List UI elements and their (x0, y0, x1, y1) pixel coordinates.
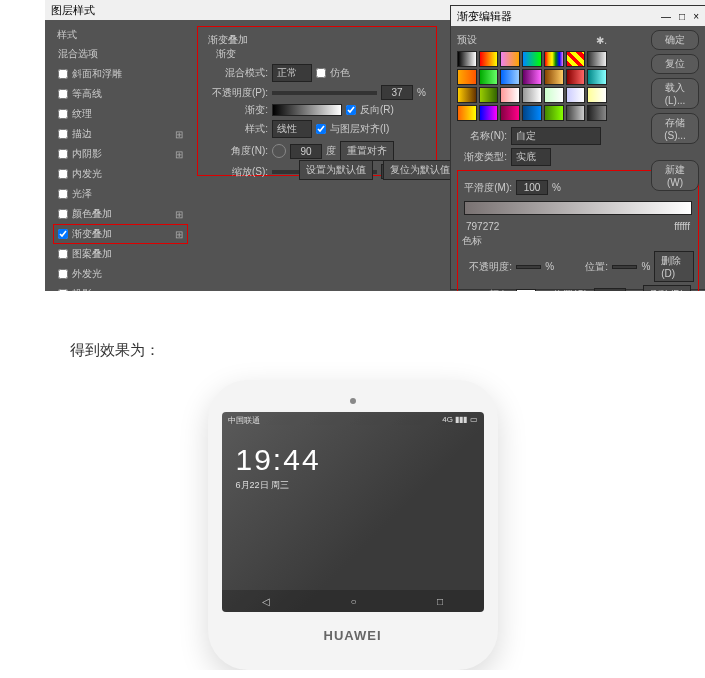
preset-swatch[interactable] (500, 105, 520, 121)
preset-swatch[interactable] (457, 51, 477, 67)
styles-head: 样式 (53, 26, 188, 44)
blend-mode-select[interactable]: 正常 (272, 64, 312, 82)
style-checkbox[interactable] (58, 129, 68, 139)
preset-swatch[interactable] (500, 69, 520, 85)
preset-swatch[interactable] (587, 87, 607, 103)
align-checkbox[interactable] (316, 124, 326, 134)
cancel-button[interactable]: 复位 (651, 54, 699, 74)
style-checkbox[interactable] (58, 289, 68, 291)
type-select[interactable]: 实底 (511, 148, 551, 166)
gear-icon[interactable]: ✱. (596, 35, 607, 46)
angle-input[interactable]: 90 (290, 144, 322, 159)
style-item[interactable]: 光泽 (53, 184, 188, 204)
blend-mode-label: 混合模式: (208, 66, 268, 80)
delete-stop-button[interactable]: 删除(D) (654, 251, 694, 282)
editor-titlebar: 渐变编辑器 — □ × (451, 6, 705, 26)
preset-swatch[interactable] (479, 51, 499, 67)
style-checkbox[interactable] (58, 269, 68, 279)
style-checkbox[interactable] (58, 169, 68, 179)
gradient-bar[interactable] (464, 201, 692, 215)
minimize-icon[interactable]: — (661, 11, 671, 22)
plus-icon[interactable]: ⊞ (175, 149, 183, 160)
preset-swatch[interactable] (457, 105, 477, 121)
dither-checkbox[interactable] (316, 68, 326, 78)
style-checkbox[interactable] (58, 249, 68, 259)
save-button[interactable]: 存储(S)... (651, 113, 699, 144)
preset-swatch[interactable] (544, 51, 564, 67)
style-checkbox[interactable] (58, 209, 68, 219)
preset-swatch[interactable] (479, 87, 499, 103)
style-checkbox[interactable] (58, 89, 68, 99)
delete-color-button[interactable]: 删除(D) (643, 285, 691, 291)
plus-icon[interactable]: ⊞ (175, 129, 183, 140)
style-item[interactable]: 投影⊞ (53, 284, 188, 291)
plus-icon[interactable]: ⊞ (175, 289, 183, 292)
plus-icon[interactable]: ⊞ (175, 229, 183, 240)
style-item[interactable]: 描边⊞ (53, 124, 188, 144)
style-item[interactable]: 内阴影⊞ (53, 144, 188, 164)
opacity-input[interactable]: 37 (381, 85, 413, 100)
preset-swatch[interactable] (587, 69, 607, 85)
editor-close-icon[interactable]: × (693, 11, 699, 22)
preset-swatch[interactable] (522, 87, 542, 103)
style-checkbox[interactable] (58, 69, 68, 79)
preset-swatch[interactable] (587, 51, 607, 67)
gradient-preview[interactable] (272, 104, 342, 116)
preset-swatch[interactable] (544, 87, 564, 103)
reset-align-button[interactable]: 重置对齐 (340, 141, 394, 161)
make-default-button[interactable]: 设置为默认值 (299, 160, 373, 180)
style-item[interactable]: 外发光 (53, 264, 188, 284)
style-item[interactable]: 内发光 (53, 164, 188, 184)
load-button[interactable]: 载入(L)... (651, 78, 699, 109)
style-item[interactable]: 渐变叠加⊞ (53, 224, 188, 244)
preset-swatch[interactable] (566, 87, 586, 103)
stop-pos-input[interactable] (612, 265, 637, 269)
style-select[interactable]: 线性 (272, 120, 312, 138)
ok-button[interactable]: 确定 (651, 30, 699, 50)
preset-swatch[interactable] (522, 105, 542, 121)
preset-swatch[interactable] (479, 105, 499, 121)
nav-home-icon[interactable]: ○ (350, 596, 356, 607)
opacity-slider[interactable] (272, 91, 377, 95)
preset-swatch[interactable] (522, 51, 542, 67)
stop-pos2-input[interactable]: 100 (594, 288, 626, 292)
styles-list: 样式 混合选项 斜面和浮雕等高线纹理描边⊞内阴影⊞内发光光泽颜色叠加⊞渐变叠加⊞… (53, 26, 188, 291)
style-item[interactable]: 斜面和浮雕 (53, 64, 188, 84)
reverse-checkbox[interactable] (346, 105, 356, 115)
nav-recent-icon[interactable]: □ (437, 596, 443, 607)
color-swatch[interactable] (516, 289, 536, 291)
maximize-icon[interactable]: □ (679, 11, 685, 22)
preset-swatch[interactable] (479, 69, 499, 85)
preset-swatch[interactable] (500, 87, 520, 103)
style-checkbox[interactable] (58, 189, 68, 199)
style-checkbox[interactable] (58, 149, 68, 159)
preset-swatch[interactable] (500, 51, 520, 67)
style-item[interactable]: 等高线 (53, 84, 188, 104)
smooth-input[interactable]: 100 (516, 180, 548, 195)
clock-time: 19:44 (236, 443, 484, 477)
preset-swatch[interactable] (522, 69, 542, 85)
style-checkbox[interactable] (58, 229, 68, 239)
style-checkbox[interactable] (58, 109, 68, 119)
preset-swatch[interactable] (544, 69, 564, 85)
reset-default-button[interactable]: 复位为默认值 (383, 160, 457, 180)
new-button[interactable]: 新建(W) (651, 160, 699, 191)
preset-swatch[interactable] (566, 69, 586, 85)
style-item[interactable]: 图案叠加 (53, 244, 188, 264)
plus-icon[interactable]: ⊞ (175, 209, 183, 220)
blend-options[interactable]: 混合选项 (53, 44, 188, 64)
style-item[interactable]: 纹理 (53, 104, 188, 124)
preset-swatch[interactable] (587, 105, 607, 121)
preset-swatch[interactable] (457, 87, 477, 103)
name-input[interactable]: 自定 (511, 127, 601, 145)
preset-swatch[interactable] (457, 69, 477, 85)
signal-icon: ▮▮▮ (455, 415, 467, 424)
angle-dial[interactable] (272, 144, 286, 158)
preset-swatch[interactable] (566, 105, 586, 121)
preset-swatch[interactable] (566, 51, 586, 67)
stop-opacity-input[interactable] (516, 265, 541, 269)
nav-back-icon[interactable]: ◁ (262, 596, 270, 607)
preset-swatch[interactable] (544, 105, 564, 121)
style-item[interactable]: 颜色叠加⊞ (53, 204, 188, 224)
clock-date: 6月22日 周三 (236, 479, 484, 492)
